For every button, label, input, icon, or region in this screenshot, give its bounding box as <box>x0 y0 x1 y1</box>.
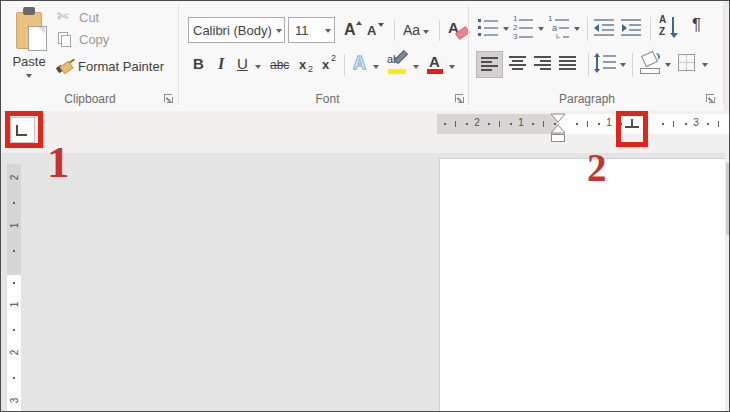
numbering-button[interactable]: 1 2 3 <box>513 14 535 42</box>
ruler-tick <box>488 123 490 125</box>
format-painter-button[interactable]: Format Painter <box>53 56 177 77</box>
align-left-button[interactable] <box>476 51 503 78</box>
left-arrow-icon <box>594 24 599 32</box>
borders-dropdown[interactable] <box>700 57 711 73</box>
bullet-dot <box>478 19 481 22</box>
ruler-tick <box>13 329 15 331</box>
annotation-box-1 <box>5 111 43 148</box>
numbering-dropdown[interactable] <box>536 16 547 40</box>
text-effects-dropdown[interactable] <box>371 52 382 78</box>
chevron-down-icon <box>325 29 331 33</box>
grow-font-button[interactable]: A <box>341 18 364 43</box>
chevron-down-icon <box>538 27 544 31</box>
paragraph-dialog-launcher[interactable] <box>706 94 716 104</box>
ribbon: Paste ✄ Cut Copy Format Painter Clipboar… <box>1 1 730 111</box>
chevron-down-icon <box>26 74 32 78</box>
format-painter-label: Format Painter <box>78 59 164 74</box>
align-center-button[interactable] <box>508 53 531 77</box>
paste-label: Paste <box>6 54 52 69</box>
decrease-indent-button[interactable] <box>594 18 615 38</box>
left-indent-marker[interactable] <box>552 135 565 142</box>
change-case-button[interactable]: Aa <box>401 18 433 43</box>
shading-button[interactable] <box>639 51 662 78</box>
shading-dropdown[interactable] <box>663 57 674 73</box>
borders-button[interactable] <box>677 52 699 78</box>
vertical-ruler[interactable]: 21123 <box>7 151 21 412</box>
group-separator <box>468 5 469 105</box>
subscript-button[interactable]: x 2 <box>296 52 317 78</box>
grow-caret-icon <box>356 21 362 25</box>
shrink-font-button[interactable]: A <box>365 20 387 43</box>
superscript-button[interactable]: x 2 <box>319 52 340 78</box>
ruler-tick <box>466 123 468 125</box>
font-group-label: Font <box>187 91 468 107</box>
bold-button[interactable]: B <box>189 52 209 78</box>
paste-button[interactable]: Paste <box>6 5 52 87</box>
ruler-number: 1 <box>9 219 20 233</box>
underline-button[interactable]: U <box>234 52 252 78</box>
pilcrow-icon: ¶ <box>692 15 701 35</box>
sort-button[interactable]: A Z <box>658 14 682 42</box>
clipboard-group-label: Clipboard <box>1 91 179 107</box>
copy-button[interactable]: Copy <box>55 30 173 49</box>
align-right-button[interactable] <box>533 53 556 77</box>
ruler-tick <box>13 282 15 284</box>
chevron-down-icon <box>702 63 708 67</box>
ruler-tick <box>499 121 500 127</box>
ruler-tick <box>510 123 512 125</box>
ruler-tick <box>576 123 578 125</box>
ruler-number: 2 <box>9 171 20 185</box>
multilevel-list-button[interactable]: 1 a i- <box>548 14 572 42</box>
justify-button[interactable] <box>558 53 581 77</box>
text-effects-button[interactable]: A <box>351 52 371 78</box>
first-line-indent-marker[interactable] <box>551 114 565 122</box>
multilevel-dropdown[interactable] <box>572 16 583 40</box>
line-spacing-dropdown[interactable] <box>618 57 629 73</box>
ruler-number: 1 <box>9 298 20 312</box>
sort-arrow-icon <box>672 17 674 33</box>
ruler-tick <box>587 121 588 127</box>
ruler-tick <box>455 121 456 127</box>
document-page[interactable] <box>439 158 726 412</box>
scrollbar-thumb[interactable] <box>726 163 730 235</box>
strikethrough-button[interactable]: abc <box>268 52 294 78</box>
highlight-dropdown[interactable] <box>411 52 422 78</box>
ruler-tick <box>13 377 15 379</box>
clipboard-dialog-launcher[interactable] <box>164 94 174 104</box>
font-color-bar <box>427 69 443 74</box>
chevron-down-icon <box>423 30 429 34</box>
paste-clipboard-icon <box>16 7 42 49</box>
chevron-down-icon <box>276 29 282 33</box>
scissors-icon: ✄ <box>57 8 69 24</box>
word-window: Paste ✄ Cut Copy Format Painter Clipboar… <box>0 0 730 412</box>
ruler-tick <box>718 121 719 127</box>
underline-dropdown[interactable] <box>253 52 264 78</box>
font-size-select[interactable]: 11 <box>288 17 335 43</box>
indent-markers[interactable] <box>550 113 567 144</box>
chevron-down-icon <box>574 27 580 31</box>
ruler-number: 2 <box>471 117 483 128</box>
font-color-button[interactable]: A <box>426 52 446 78</box>
shrink-caret-icon <box>378 23 384 27</box>
increase-indent-button[interactable] <box>621 18 642 38</box>
line-spacing-button[interactable] <box>594 51 618 78</box>
cut-button[interactable]: ✄ Cut <box>55 8 173 27</box>
show-formatting-marks-button[interactable]: ¶ <box>689 14 707 42</box>
font-name-select[interactable]: Calibri (Body) <box>188 17 285 43</box>
scrollbar-track[interactable] <box>725 153 730 412</box>
font-color-dropdown[interactable] <box>447 52 458 78</box>
chevron-down-icon <box>620 63 626 67</box>
ruler-tick <box>532 123 534 125</box>
group-separator <box>178 5 179 105</box>
chevron-down-icon <box>373 65 379 69</box>
bullets-button[interactable] <box>478 16 500 40</box>
borders-icon <box>678 54 695 71</box>
chevron-down-icon <box>255 65 261 69</box>
ruler-tick <box>685 123 687 125</box>
highlight-button[interactable]: ab <box>386 52 410 78</box>
italic-button[interactable]: I <box>213 52 230 78</box>
ruler-number: 2 <box>9 346 20 360</box>
hanging-indent-marker[interactable] <box>551 125 565 133</box>
chevron-down-icon <box>449 65 455 69</box>
bullets-dropdown[interactable] <box>501 16 512 40</box>
